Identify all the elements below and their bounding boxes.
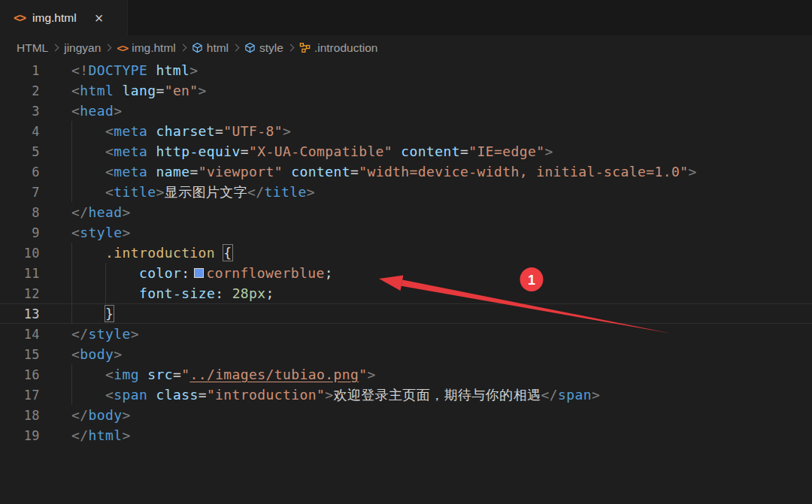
code-token: : (181, 265, 189, 281)
code-token: < (105, 367, 114, 382)
code-line[interactable]: 15<body> (0, 344, 812, 364)
symbol-cube-icon (244, 42, 256, 53)
code-token: meta (114, 123, 147, 139)
code-line[interactable]: 1<!DOCTYPE html> (0, 60, 812, 80)
code-token: 28px (232, 285, 266, 301)
css-class-symbol-icon (299, 42, 311, 53)
code-line[interactable]: 12font-size: 28px; (0, 283, 812, 303)
code-token: > (283, 123, 291, 139)
code-text: font-size: 28px; (71, 283, 274, 303)
code-token: "viewport" (198, 164, 283, 180)
code-line[interactable]: 3<head> (0, 101, 812, 121)
code-line[interactable]: 13} (0, 303, 812, 324)
code-editor[interactable]: 1<!DOCTYPE html>2<html lang="en">3<head>… (0, 60, 812, 504)
code-token: "en" (165, 83, 198, 98)
indent-guide (71, 263, 105, 283)
line-number[interactable]: 13 (0, 306, 40, 321)
line-number[interactable]: 12 (0, 286, 40, 301)
code-token (215, 245, 223, 261)
code-token: < (71, 225, 80, 240)
code-token: </ (71, 204, 88, 220)
color-swatch[interactable] (194, 268, 204, 278)
code-line[interactable]: 10.introduction { (0, 243, 812, 263)
code-line[interactable]: 7<title>显示图片文字</title> (0, 182, 812, 202)
code-token: "introduction" (207, 387, 325, 403)
code-token: </ (71, 326, 88, 342)
code-line[interactable]: 5<meta http-equiv="X-UA-Compatible" cont… (0, 141, 812, 161)
code-line[interactable]: 19</html> (0, 425, 812, 445)
line-number[interactable]: 11 (0, 266, 40, 281)
code-text: <!DOCTYPE html> (71, 62, 198, 78)
code-line[interactable]: 9<style> (0, 222, 812, 243)
code-token: } (105, 306, 114, 321)
code-token: </ (71, 407, 88, 423)
line-number[interactable]: 14 (0, 327, 40, 342)
chevron-right-icon (286, 44, 294, 52)
indent-guide (71, 182, 105, 202)
code-token: = (156, 83, 164, 98)
line-number[interactable]: 9 (0, 225, 40, 240)
indent-guide (105, 263, 139, 283)
line-number[interactable]: 2 (0, 83, 40, 98)
line-number[interactable]: 10 (0, 246, 40, 261)
code-token: "UTF-8" (223, 123, 283, 139)
code-text: <body> (71, 346, 122, 362)
indent-guide (71, 385, 105, 405)
code-line[interactable]: 6<meta name="viewport" content="width=de… (0, 161, 812, 182)
code-text: color:cornflowerblue; (71, 263, 333, 283)
line-number[interactable]: 5 (0, 144, 40, 159)
code-text: <meta name="viewport" content="width=dev… (71, 161, 697, 182)
code-token: head (80, 103, 114, 119)
breadcrumb-item-file-img-html[interactable]: <> img.html (117, 41, 175, 55)
tab-img-html[interactable]: <> img.html × (0, 0, 128, 35)
breadcrumb-item-symbol-introduction[interactable]: .introduction (299, 41, 377, 55)
code-token: = (460, 143, 468, 159)
code-token: < (71, 103, 80, 119)
tab-bar: <> img.html × (0, 0, 812, 35)
code-line[interactable]: 11color:cornflowerblue; (0, 263, 812, 283)
code-token: meta (114, 164, 147, 180)
code-line[interactable]: 14</style> (0, 324, 812, 344)
code-token: > (544, 143, 553, 159)
breadcrumb-item-symbol-html[interactable]: html (192, 41, 229, 55)
code-line[interactable]: 16<img src="../images/tubiao.png"> (0, 364, 812, 385)
chevron-right-icon (232, 44, 240, 52)
code-line[interactable]: 4<meta charset="UTF-8"> (0, 121, 812, 141)
code-token: ; (325, 265, 333, 281)
breadcrumb-item-symbol-style[interactable]: style (244, 41, 283, 55)
line-number[interactable]: 3 (0, 104, 40, 119)
code-token: = (189, 164, 198, 180)
code-line[interactable]: 2<html lang="en"> (0, 80, 812, 101)
line-number[interactable]: 1 (0, 63, 40, 78)
breadcrumb-item-folder-html[interactable]: HTML (17, 41, 48, 55)
code-token: > (131, 326, 139, 342)
code-token: class (147, 387, 198, 403)
code-text: .introduction { (71, 243, 232, 263)
code-token: content (283, 164, 350, 180)
line-number[interactable]: 7 (0, 185, 40, 200)
code-token: body (88, 407, 122, 423)
code-text: <img src="../images/tubiao.png"> (71, 364, 376, 385)
line-number[interactable]: 4 (0, 124, 40, 139)
code-token: charset (147, 123, 215, 139)
code-text: </head> (71, 204, 131, 220)
code-line[interactable]: 17<span class="introduction">欢迎登录主页面，期待与… (0, 385, 812, 405)
line-number[interactable]: 19 (0, 428, 40, 443)
line-number[interactable]: 18 (0, 408, 40, 423)
code-line[interactable]: 18</body> (0, 405, 812, 425)
line-number[interactable]: 8 (0, 205, 40, 220)
code-token: > (189, 62, 198, 78)
code-token: = (241, 143, 249, 159)
code-token: </ (541, 387, 557, 403)
code-token: img (114, 367, 139, 382)
close-tab-icon[interactable]: × (95, 11, 104, 26)
line-number[interactable]: 15 (0, 347, 40, 362)
line-number[interactable]: 6 (0, 164, 40, 180)
code-token: > (592, 387, 600, 403)
code-line[interactable]: 8</head> (0, 202, 812, 222)
line-number[interactable]: 16 (0, 367, 40, 382)
breadcrumb-item-folder-jingyan[interactable]: jingyan (64, 41, 101, 55)
line-number[interactable]: 17 (0, 388, 40, 403)
code-token: : (215, 285, 232, 301)
code-token: DOCTYPE (88, 62, 147, 78)
